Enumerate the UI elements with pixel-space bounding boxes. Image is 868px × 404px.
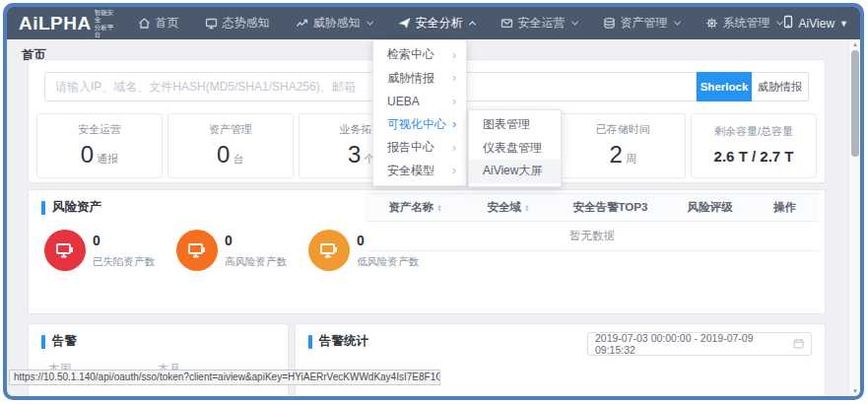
submenu-item-chart-management[interactable]: 图表管理: [469, 113, 561, 137]
nav-menu: 首页 态势感知 威胁感知 安全分析 安全运营: [138, 15, 782, 32]
accent-bar: [41, 201, 45, 215]
search-input[interactable]: [44, 72, 697, 101]
caret-down-icon: ▼: [839, 19, 848, 29]
phone-icon: [782, 15, 794, 32]
home-icon: [138, 17, 151, 30]
column-header-risk-rating: 风险评级: [669, 194, 751, 222]
gear-icon: [705, 17, 718, 30]
nav-item-assets[interactable]: 资产管理: [603, 15, 680, 32]
menu-item-report-center[interactable]: 报告中心 ›: [373, 136, 466, 160]
nav-item-situation[interactable]: 态势感知: [205, 15, 270, 32]
calendar-icon: [793, 338, 804, 351]
submenu-item-aiview-screen[interactable]: AiView大屏: [469, 160, 561, 183]
column-header-asset-name[interactable]: 资产名称▲▼: [366, 194, 465, 222]
scroll-up-icon[interactable]: ▲: [849, 41, 861, 47]
stat-card-security-operation[interactable]: 安全运营 0通报: [36, 113, 163, 178]
mail-icon: [501, 17, 513, 30]
nav-item-operation[interactable]: 安全运营: [501, 15, 577, 32]
accent-bar: [41, 335, 45, 349]
nav-item-system[interactable]: 系统管理: [705, 15, 782, 32]
table-empty-row: 暂无数据: [366, 222, 819, 251]
column-header-actions: 操作: [751, 194, 819, 222]
stat-card-storage-time[interactable]: 已存储时间 2周: [560, 113, 686, 178]
sherlock-button[interactable]: Sherlock: [697, 72, 752, 101]
column-header-alert-top3: 安全告警TOP3: [552, 194, 670, 222]
stat-value: 3个: [348, 143, 374, 170]
chevron-right-icon: ›: [452, 165, 456, 176]
chevron-down-icon: [571, 19, 578, 26]
top-navbar: AiLPHA 智能安全 分析平台 首页 态势感知 威胁感知 安全分析: [7, 7, 860, 39]
scrollbar-thumb[interactable]: [851, 50, 859, 157]
brand-name: AiLPHA: [19, 13, 92, 34]
menu-item-visualization-center[interactable]: 可视化中心 ›: [373, 113, 466, 137]
chevron-right-icon: ›: [452, 118, 456, 130]
sort-icon[interactable]: ▲▼: [524, 204, 529, 212]
monitor-icon: [176, 230, 218, 271]
stat-value: 0通报: [81, 143, 118, 170]
risk-assets-panel: 风险资产 0 已失陷资产数 0 高风险资产数: [28, 189, 826, 314]
visualization-submenu: 图表管理 仪表盘管理 AiView大屏: [468, 109, 562, 187]
status-url-tooltip: https://10.50.1.140/api/oauth/sso/token?…: [9, 370, 440, 385]
menu-item-ueba[interactable]: UEBA ›: [373, 90, 466, 113]
stat-value: 2周: [610, 143, 636, 170]
stat-card-asset-management[interactable]: 资产管理 0台: [167, 113, 294, 178]
chevron-right-icon: ›: [452, 142, 456, 154]
submenu-item-dashboard-management[interactable]: 仪表盘管理: [469, 137, 561, 161]
security-analysis-dropdown: 检索中心 › 威胁情报 › UEBA › 可视化中心 › 报告中心 › 安全模型…: [372, 39, 467, 186]
trend-icon: [296, 17, 308, 30]
nav-item-analysis[interactable]: 安全分析: [398, 15, 475, 32]
plane-icon: [398, 17, 411, 30]
nav-item-threat[interactable]: 威胁感知: [296, 15, 372, 32]
chevron-right-icon: ›: [452, 96, 456, 107]
empty-state-text: 暂无数据: [366, 222, 819, 251]
threat-intel-button[interactable]: 威胁情报: [752, 72, 809, 101]
nav-item-home[interactable]: 首页: [138, 15, 179, 32]
brand-subtitle: 智能安全 分析平台: [95, 9, 118, 38]
coins-icon: [603, 17, 616, 30]
menu-item-search-center[interactable]: 检索中心 ›: [373, 43, 466, 67]
scroll-down-icon[interactable]: ▼: [849, 388, 861, 394]
chevron-down-icon: [674, 19, 681, 26]
chevron-right-icon: ›: [452, 49, 456, 61]
brand-logo[interactable]: AiLPHA 智能安全 分析平台: [19, 9, 118, 38]
alarm-panel-title: 告警: [41, 333, 288, 350]
chevron-down-icon: [367, 19, 373, 26]
monitor-icon: [44, 230, 86, 271]
column-header-security-zone[interactable]: 安全域▲▼: [465, 194, 551, 222]
stat-value: 0台: [217, 143, 243, 170]
vertical-scrollbar[interactable]: ▲ ▼: [848, 39, 860, 396]
menu-item-security-model[interactable]: 安全模型 ›: [373, 160, 466, 183]
sort-icon[interactable]: ▲▼: [436, 204, 441, 212]
stat-card-capacity[interactable]: 剩余容量/总容量 2.6 T / 2.7 T: [691, 113, 817, 178]
app-window: AiLPHA 智能安全 分析平台 首页 态势感知 威胁感知 安全分析: [3, 3, 864, 400]
date-range-picker[interactable]: 2019-07-03 00:00:00 - 2019-07-09 09:15:3…: [587, 332, 812, 356]
chevron-right-icon: ›: [452, 72, 456, 84]
asset-table-header-row: 资产名称▲▼ 安全域▲▼ 安全告警TOP3 风险评级 操作: [366, 194, 819, 222]
aiview-user-menu[interactable]: AiView ▼: [782, 15, 848, 32]
monitor-icon: [205, 17, 218, 30]
stat-value: 2.6 T / 2.7 T: [714, 145, 794, 168]
chevron-up-icon: [469, 21, 476, 28]
monitor-icon: [308, 230, 350, 271]
asset-table: 资产名称▲▼ 安全域▲▼ 安全告警TOP3 风险评级 操作: [366, 193, 819, 251]
risk-item-high: 0 高风险资产数: [176, 230, 287, 271]
accent-bar: [308, 335, 312, 349]
risk-item-compromised: 0 已失陷资产数: [44, 230, 155, 271]
menu-item-threat-intel[interactable]: 威胁情报 ›: [373, 67, 466, 91]
